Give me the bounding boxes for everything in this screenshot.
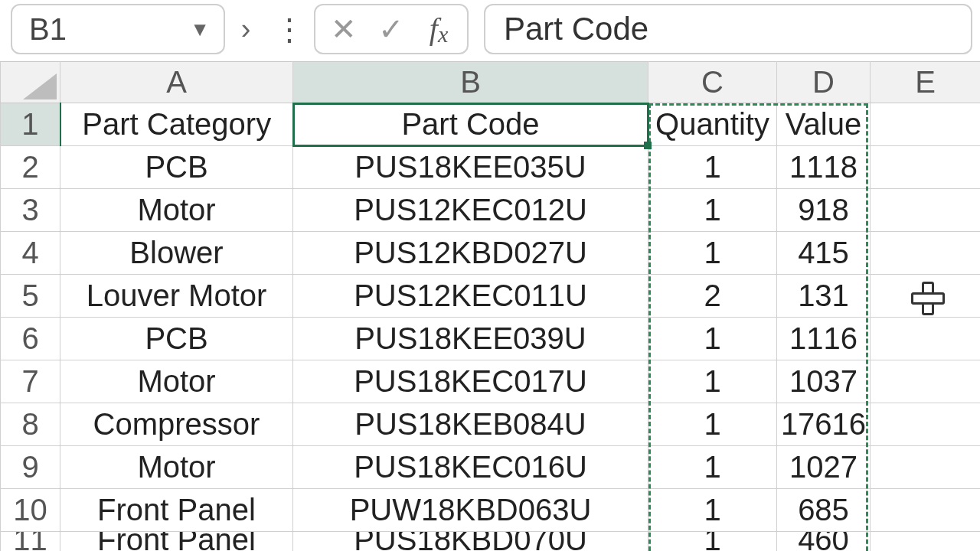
col-header-A[interactable]: A	[60, 62, 293, 103]
row-header-10[interactable]: 10	[1, 489, 60, 532]
cell-C7[interactable]: 1	[648, 360, 777, 403]
table-row: 5Louver MotorPUS12KEC011U2131	[1, 275, 981, 318]
name-box-value: B1	[29, 12, 67, 47]
cell-C6[interactable]: 1	[648, 318, 777, 360]
table-row: 10Front PanelPUW18KBD063U1685	[1, 489, 981, 532]
cell-B4[interactable]: PUS12KBD027U	[293, 232, 648, 275]
cell-E8[interactable]	[871, 403, 981, 446]
cell-A6[interactable]: PCB	[60, 318, 293, 360]
cell-D4[interactable]: 415	[777, 232, 871, 275]
row-header-8[interactable]: 8	[1, 403, 60, 446]
cell-D7[interactable]: 1037	[777, 360, 871, 403]
select-all-corner[interactable]	[1, 62, 60, 103]
cell-B3[interactable]: PUS12KEC012U	[293, 189, 648, 232]
cell-B11[interactable]: PUS18KBD070U	[293, 532, 648, 552]
row-header-4[interactable]: 4	[1, 232, 60, 275]
formula-text: Part Code	[504, 11, 648, 47]
cell-C5[interactable]: 2	[648, 275, 777, 318]
table-row: 2PCBPUS18KEE035U11118	[1, 146, 981, 189]
cell-E4[interactable]	[871, 232, 981, 275]
cell-E2[interactable]	[871, 146, 981, 189]
row-header-3[interactable]: 3	[1, 189, 60, 232]
col-header-D[interactable]: D	[777, 62, 871, 103]
chevron-down-icon[interactable]: ▼	[190, 18, 210, 41]
accept-icon[interactable]: ✓	[368, 4, 415, 54]
cell-A7[interactable]: Motor	[60, 360, 293, 403]
cell-A3[interactable]: Motor	[60, 189, 293, 232]
cell-E7[interactable]	[871, 360, 981, 403]
formula-actions: ✕ ✓ fx	[314, 4, 469, 54]
table-row: 6PCBPUS18KEE039U11116	[1, 318, 981, 360]
cell-A1[interactable]: Part Category	[60, 103, 293, 146]
cell-D3[interactable]: 918	[777, 189, 871, 232]
cell-E6[interactable]	[871, 318, 981, 360]
table-row: 8CompressorPUS18KEB084U117616	[1, 403, 981, 446]
cell-B2[interactable]: PUS18KEE035U	[293, 146, 648, 189]
cell-B10[interactable]: PUW18KBD063U	[293, 489, 648, 532]
cell-E3[interactable]	[871, 189, 981, 232]
cell-A4[interactable]: Blower	[60, 232, 293, 275]
chevron-right-icon[interactable]: ›	[228, 4, 263, 54]
table-row: 4BlowerPUS12KBD027U1415	[1, 232, 981, 275]
row-header-9[interactable]: 9	[1, 446, 60, 489]
formula-bar: B1 ▼ › ⋮ ✕ ✓ fx Part Code	[0, 0, 980, 61]
cell-E9[interactable]	[871, 446, 981, 489]
cell-B5[interactable]: PUS12KEC011U	[293, 275, 648, 318]
cell-C4[interactable]: 1	[648, 232, 777, 275]
fx-icon[interactable]: fx	[415, 4, 462, 54]
cell-D11[interactable]: 460	[777, 532, 871, 552]
cell-B1[interactable]: Part Code	[293, 103, 648, 146]
cell-D6[interactable]: 1116	[777, 318, 871, 360]
col-header-C[interactable]: C	[648, 62, 777, 103]
cell-B9[interactable]: PUS18KEC016U	[293, 446, 648, 489]
row-header-11[interactable]: 11	[1, 532, 60, 552]
cell-A11[interactable]: Front Panel	[60, 532, 293, 552]
name-box[interactable]: B1 ▼	[11, 4, 225, 54]
row-header-1[interactable]: 1	[1, 103, 60, 146]
col-header-E[interactable]: E	[871, 62, 981, 103]
row-header-7[interactable]: 7	[1, 360, 60, 403]
cell-A10[interactable]: Front Panel	[60, 489, 293, 532]
cell-C1[interactable]: Quantity	[648, 103, 777, 146]
cell-D2[interactable]: 1118	[777, 146, 871, 189]
cell-E11[interactable]	[871, 532, 981, 552]
cell-D8[interactable]: 17616	[777, 403, 871, 446]
more-options-icon[interactable]: ⋮	[270, 4, 305, 54]
cell-A9[interactable]: Motor	[60, 446, 293, 489]
cell-C2[interactable]: 1	[648, 146, 777, 189]
cell-B6[interactable]: PUS18KEE039U	[293, 318, 648, 360]
column-header-row: A B C D E	[1, 62, 981, 103]
cell-E10[interactable]	[871, 489, 981, 532]
spreadsheet-grid[interactable]: A B C D E 1 Part Category Part Code Quan…	[0, 61, 980, 551]
cell-D9[interactable]: 1027	[777, 446, 871, 489]
table-row: 3MotorPUS12KEC012U1918	[1, 189, 981, 232]
cell-D1[interactable]: Value	[777, 103, 871, 146]
row-1: 1 Part Category Part Code Quantity Value	[1, 103, 981, 146]
cell-D10[interactable]: 685	[777, 489, 871, 532]
table-row: 9MotorPUS18KEC016U11027	[1, 446, 981, 489]
cell-A2[interactable]: PCB	[60, 146, 293, 189]
cell-A8[interactable]: Compressor	[60, 403, 293, 446]
cell-C10[interactable]: 1	[648, 489, 777, 532]
cell-C11[interactable]: 1	[648, 532, 777, 552]
cell-E1[interactable]	[871, 103, 981, 146]
cell-C3[interactable]: 1	[648, 189, 777, 232]
formula-input[interactable]: Part Code	[484, 4, 972, 54]
cell-B7[interactable]: PUS18KEC017U	[293, 360, 648, 403]
table-row: 7MotorPUS18KEC017U11037	[1, 360, 981, 403]
row-header-2[interactable]: 2	[1, 146, 60, 189]
cell-C8[interactable]: 1	[648, 403, 777, 446]
cell-E5[interactable]	[871, 275, 981, 318]
cell-A5[interactable]: Louver Motor	[60, 275, 293, 318]
cell-D5[interactable]: 131	[777, 275, 871, 318]
cell-B8[interactable]: PUS18KEB084U	[293, 403, 648, 446]
cancel-icon[interactable]: ✕	[320, 4, 368, 54]
row-header-5[interactable]: 5	[1, 275, 60, 318]
row-header-6[interactable]: 6	[1, 318, 60, 360]
row-11: 11 Front Panel PUS18KBD070U 1 460	[1, 532, 981, 552]
cell-C9[interactable]: 1	[648, 446, 777, 489]
col-header-B[interactable]: B	[293, 62, 648, 103]
